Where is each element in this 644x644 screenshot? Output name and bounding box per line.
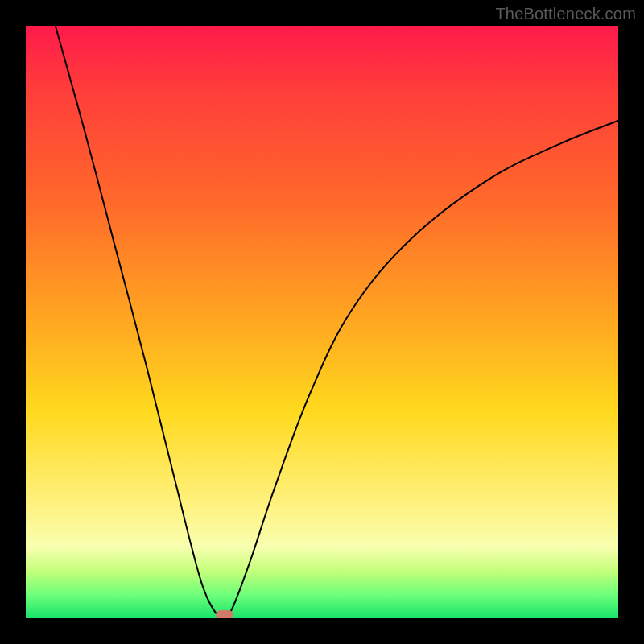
- optimal-point-marker: [216, 610, 233, 618]
- curve-layer: [26, 26, 618, 618]
- bottleneck-curve: [56, 26, 618, 618]
- attribution-text: TheBottleneck.com: [495, 5, 636, 23]
- plot-area: [26, 26, 618, 618]
- chart-frame: TheBottleneck.com: [0, 0, 644, 644]
